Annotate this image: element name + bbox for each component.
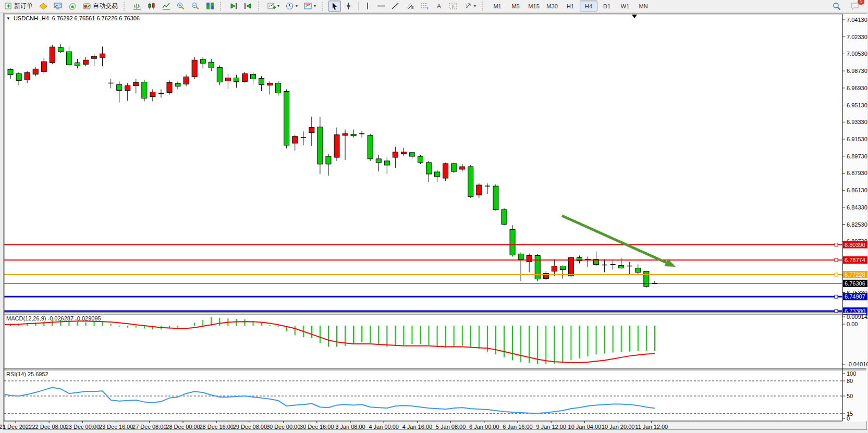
clock-icon [286,2,294,10]
toolbar-separator [358,2,359,11]
candle-body [75,63,80,66]
hline-handle[interactable] [835,310,838,313]
price-tick-label: 6.82530 [847,221,867,228]
hline-handle[interactable] [835,258,838,262]
time-tick-label: 6 Jan 00:00 [469,424,499,430]
timeframe-mn[interactable]: MN [634,1,652,11]
line-chart-mode-button[interactable] [160,1,173,12]
candle-body [33,69,38,74]
candle-body [418,156,423,163]
tile-windows-button[interactable] [203,1,217,12]
candle-body [100,54,105,57]
price-tag-label: 6.74907 [845,293,865,300]
text-tool-button[interactable]: A [433,1,445,12]
indicators-button[interactable]: ▾ [265,1,282,12]
templates-button[interactable]: ▾ [301,1,319,12]
timeframe-d1[interactable]: D1 [598,1,616,11]
fibonacci-tool-button[interactable]: F [418,1,432,12]
candle-body [125,86,130,91]
charts-profile-button[interactable] [51,1,65,12]
signals-button[interactable] [66,1,79,12]
time-tick-label: 23 Dec 16:00 [99,424,133,430]
candle-body [41,61,46,71]
candle-body [267,83,273,85]
search-button[interactable] [830,1,843,12]
toolbar-grip [220,2,224,11]
toolbar-grip [322,2,325,11]
timeframe-h4[interactable]: H4 [580,1,597,11]
time-tick-label: 29 Dec 08:00 [233,424,267,430]
time-tick-label: 28 Dec 16:00 [199,424,233,430]
candlestick-mode-button[interactable] [145,1,158,12]
text-label-tool-button[interactable]: T [446,1,460,12]
line-chart-icon [162,2,170,10]
cursor-tool-button[interactable] [328,1,341,12]
candle-body [518,254,523,259]
market-depth-button[interactable] [36,1,50,12]
toolbar-grip [482,2,485,11]
time-tick-label: 10 Jan 20:00 [602,424,635,430]
auto-scroll-button[interactable] [227,1,240,12]
candle-body [460,167,465,169]
fibonacci-icon: F [421,2,430,10]
dropdown-caret: ▾ [474,4,476,8]
zoom-in-button[interactable] [174,1,188,12]
vline-tool-button[interactable] [362,1,373,12]
time-tick-label: 4 Jan 16:00 [402,424,433,430]
auto-trading-icon [83,3,91,10]
timeframe-m15[interactable]: M15 [525,1,543,11]
macd-axis-label: 0.00 [847,321,858,327]
chart-shift-button[interactable] [241,1,255,12]
candle-body [502,209,507,224]
price-tick-label: 6.87930 [847,170,867,176]
new-order-button[interactable]: 新订单 [2,1,35,12]
candle-body [401,152,406,154]
timeframe-m30[interactable]: M30 [543,1,561,11]
candle-body [468,167,473,196]
timeframe-w1[interactable]: W1 [616,1,634,11]
macd-axis-label: -0.040162 [847,361,868,367]
auto-scroll-icon [229,2,238,10]
bar-chart-mode-button[interactable] [130,1,144,12]
channel-tool-button[interactable]: E [403,1,417,12]
zoom-in-icon [177,2,185,10]
indicators-icon [267,2,276,10]
periods-button[interactable]: ▾ [283,1,300,12]
chart-collapse-icon[interactable]: ▼ [6,16,10,21]
zoom-out-button[interactable] [189,1,202,12]
trendline-icon [392,2,399,10]
candle-body [175,83,180,86]
price-tick-label: 6.95130 [847,102,867,108]
hline-handle[interactable] [835,243,838,246]
auto-trading-button[interactable]: 自动交易 [80,1,120,12]
timeframe-m5[interactable]: M5 [507,1,524,11]
price-tick-label: 7.00530 [847,51,867,57]
chart-canvas[interactable]: 7.041307.023307.005306.987306.969306.951… [0,0,868,433]
crosshair-tool-button[interactable] [342,1,355,12]
candle-body [242,73,247,81]
candle-body [619,266,624,268]
candle-body [66,52,71,65]
chart-shift-icon [244,2,252,10]
hline-handle[interactable] [835,273,838,276]
candle-body [644,271,649,286]
candle-body [117,84,122,90]
hline-handle[interactable] [835,295,838,298]
time-tick-label: 9 Jan 12:00 [536,424,566,430]
equidistant-channel-icon: E [406,2,414,10]
candle-body [309,128,314,133]
notifications-button[interactable]: 1 [848,1,862,12]
trendline-tool-button[interactable] [389,1,402,12]
candle-body [292,137,298,143]
timeframe-h1[interactable]: H1 [561,1,579,11]
toolbar-grip [258,2,262,11]
gold-icon [39,3,47,10]
candle-body [493,186,498,209]
timeframe-m1[interactable]: M1 [488,1,506,11]
price-axis-area [843,14,867,421]
arrows-tool-button[interactable]: ▾ [461,1,479,12]
candle-body [476,185,482,195]
hline-tool-button[interactable] [374,1,388,12]
candle-body [217,67,222,82]
dropdown-caret: ▾ [296,4,298,8]
